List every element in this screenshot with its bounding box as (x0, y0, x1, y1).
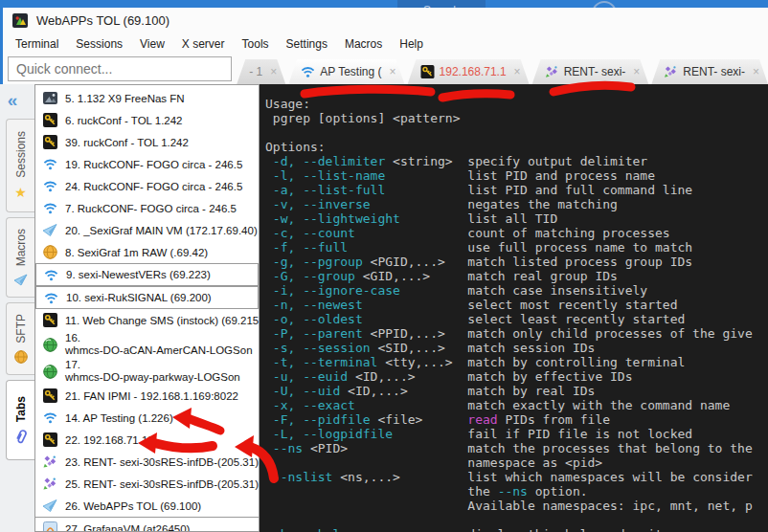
wifi-icon (44, 268, 58, 282)
session-item[interactable]: 21. FAN IPMI - 192.168.1.169:8022 (35, 385, 259, 407)
menu-item-sessions[interactable]: Sessions (67, 34, 131, 54)
terminal-line: -t, --terminal <tty,...> match by contro… (265, 355, 768, 369)
menu-item-macros[interactable]: Macros (336, 34, 391, 54)
session-item[interactable]: 11. Web Change SMS (instock) (69.215) (35, 309, 259, 331)
session-item[interactable]: 22. 192.168.71.11 (35, 429, 259, 451)
session-item[interactable]: 26. WebAPPs TOL (69.100) (35, 495, 259, 517)
terminal-line: -f, --full use full process name to matc… (265, 240, 768, 255)
terminal-output[interactable]: Usage: pgrep [options] <pattern> Options… (260, 84, 768, 532)
menu-item-x-server[interactable]: X server (173, 34, 234, 54)
key-icon (43, 388, 57, 403)
terminal-line: -w, --lightweight list all TID (265, 211, 768, 226)
tab-close-icon[interactable]: × (390, 65, 396, 78)
screen: Search WebAPPs TOL (69.100) TerminalSess… (0, 0, 768, 532)
side-tab-sftp[interactable]: SFTP (6, 302, 34, 375)
terminal-tab-192-168-71-1[interactable]: 192.168.71.1× (408, 59, 530, 84)
title-bar[interactable]: WebAPPs TOL (69.100) (3, 8, 768, 33)
session-item[interactable]: 5. 1.132 X9 FreeNas FN (35, 87, 259, 109)
session-item[interactable]: 27. GrafanaVM (at26450) (35, 517, 259, 532)
app-icon (12, 12, 29, 29)
grafana-icon (43, 521, 57, 532)
tab-label: AP Testing ( (320, 65, 381, 78)
session-item-label: 16.whmcs-DO-aCAN-AmerCAN-LOGSon (65, 332, 253, 357)
session-item-name: whmcs-DO-aCAN-AmerCAN-LOGSon (65, 344, 253, 357)
session-item-number: 16. (65, 332, 253, 344)
tab-label: 192.168.71.1 (440, 65, 507, 78)
session-item-label: 27. GrafanaVM (at26450) (65, 523, 190, 532)
terminal-tab-rent-sexi-[interactable]: RENT- sexi-× (532, 59, 649, 84)
terminal-line: -u, --euid <ID,...> match by effective I… (265, 369, 768, 384)
side-tab-strip: « Sessions ★ Macros SFTP Tabs (0, 84, 34, 532)
session-item-label: 10. sexi-RukSIGNAL (69.200) (66, 292, 212, 303)
session-item[interactable]: 14. AP Testing (1.226) (35, 407, 259, 429)
terminal-line (265, 513, 768, 527)
session-item[interactable]: 10. sexi-RukSIGNAL (69.200) (35, 286, 259, 309)
star-icon: ★ (14, 185, 27, 200)
session-item[interactable]: 24. RuckCONF- FOGO circa - 246.5 (35, 175, 259, 197)
terminal-line (265, 125, 768, 140)
tab-close-icon[interactable]: × (270, 65, 277, 78)
globe-green-icon (43, 338, 57, 352)
terminal-line: -h, --help display this help and exit (265, 527, 768, 532)
menu-item-settings[interactable]: Settings (278, 34, 336, 54)
session-item[interactable]: 6. ruckConf - TOL 1.242 (35, 109, 259, 131)
session-item-label: 19. RuckCONF- FOGO circa - 246.5 (65, 159, 242, 170)
session-item[interactable]: 19. RuckCONF- FOGO circa - 246.5 (35, 153, 259, 175)
paper-plane-icon (14, 274, 28, 286)
terminal-line: -x, --exact match exactly with the comma… (265, 398, 768, 412)
tab-label: - 1 (249, 65, 262, 78)
key-icon (420, 65, 435, 78)
session-item-label: 26. WebAPPs TOL (69.100) (65, 500, 201, 512)
plane-icon (43, 499, 57, 513)
session-item[interactable]: 16.whmcs-DO-aCAN-AmerCAN-LOGSon (35, 331, 259, 358)
tab-label: RENT- sexi- (683, 65, 745, 78)
terminal-tab-rent-sexi-[interactable]: RENT- sexi-× (651, 59, 768, 84)
terminal-line: Usage: (265, 97, 768, 111)
tab-close-icon[interactable]: × (753, 65, 759, 78)
session-item[interactable]: 23. RENT- sexi-30sRES-infDB-(205.31) (35, 451, 259, 473)
terminal-line: Options: (265, 140, 768, 154)
key-icon (43, 135, 57, 149)
side-tab-sessions[interactable]: Sessions ★ (6, 119, 34, 212)
background-circle-icon (592, 1, 617, 8)
wifi-icon (44, 291, 58, 305)
wifi-icon (43, 179, 57, 193)
session-item-number: 17. (65, 359, 240, 371)
session-item-label: 23. RENT- sexi-30sRES-infDB-(205.31) (65, 456, 259, 468)
session-item-label: 20. _SexiGraf MAIN VM (172.17.69.40) (65, 225, 258, 236)
session-item-label: 21. FAN IPMI - 192.168.1.169:8022 (65, 390, 238, 402)
terminal-tab-ap-testing-[interactable]: AP Testing (× (288, 59, 404, 84)
session-item[interactable]: 9. sexi-NewestVERs (69.223) (35, 263, 259, 286)
side-tab-tabs-label: Tabs (14, 396, 28, 422)
menu-item-tools[interactable]: Tools (234, 34, 278, 54)
menu-item-terminal[interactable]: Terminal (7, 34, 67, 54)
session-item-label: 7. RuckCONF- FOGO circa - 246.5 (65, 203, 237, 214)
terminal-line: --nslist <ns,...> list which namespaces … (265, 470, 768, 484)
quick-connect-input[interactable] (8, 56, 232, 81)
terminal-line: -v, --inverse negates the matching (265, 197, 768, 211)
session-item[interactable]: 25. RENT- sexi-30sRES-infDB-(205.31) (35, 473, 259, 495)
globe-icon (14, 350, 28, 364)
menu-item-view[interactable]: View (131, 34, 173, 54)
session-item[interactable]: 20. _SexiGraf MAIN VM (172.17.69.40) (35, 219, 259, 241)
session-item[interactable]: 8. SexiGraf 1m RAW (.69.42) (35, 241, 259, 263)
session-item-label: 5. 1.132 X9 FreeNas FN (65, 93, 185, 104)
tab-close-icon[interactable]: × (514, 65, 521, 78)
terminal-tab--1[interactable]: - 1× (237, 59, 285, 84)
terminal-line: -G, --group <GID,...> match real group I… (265, 269, 768, 283)
session-item[interactable]: 7. RuckCONF- FOGO circa - 246.5 (35, 197, 259, 219)
tab-close-icon[interactable]: × (633, 65, 640, 78)
paperclip-icon (14, 429, 28, 444)
terminal-line: the --ns option. (265, 484, 768, 499)
collapse-sidebar-icon[interactable]: « (8, 84, 28, 119)
session-item[interactable]: 39. ruckConf - TOL 1.242 (35, 131, 259, 153)
terminal-line: -l, --list-name list PID and process nam… (265, 168, 768, 183)
side-tab-tabs[interactable]: Tabs (6, 380, 34, 460)
photo-icon (43, 91, 57, 105)
plane-icon (43, 223, 57, 237)
session-item[interactable]: 17.whmcs-DO-pway-parkway-LOGSon (35, 358, 259, 385)
terminal-line: -P, --parent <PPID,...> match only child… (265, 326, 768, 341)
menu-item-help[interactable]: Help (391, 34, 432, 54)
side-tab-macros[interactable]: Macros (6, 217, 34, 298)
globe-orange-icon (43, 245, 57, 259)
